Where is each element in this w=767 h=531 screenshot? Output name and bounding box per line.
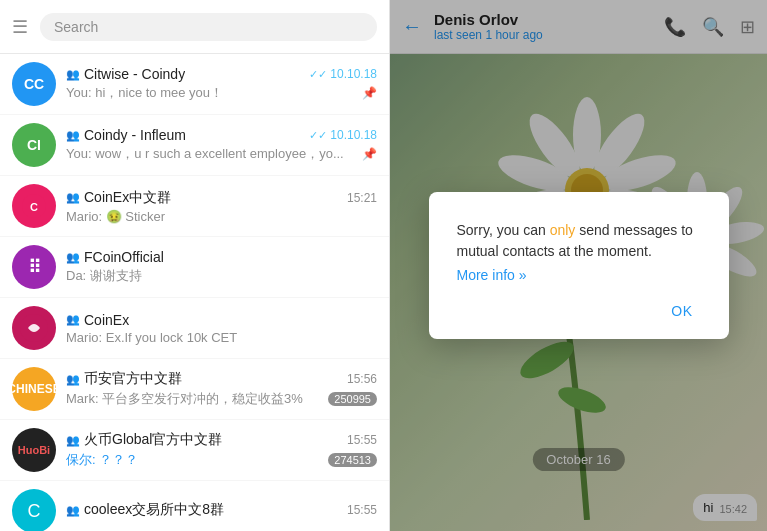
avatar: C [12,184,56,228]
menu-icon[interactable]: ☰ [12,16,28,38]
chat-header: 👥 CoinEx中文群 15:21 [66,189,377,207]
chat-name: 👥 FCoinOfficial [66,249,164,265]
avatar: CHINESE [12,367,56,411]
chat-preview: Mario: Ex.If you lock 10k CET [66,330,377,345]
modal-overlay: Sorry, you can only send messages to mut… [390,0,767,531]
modal-dialog: Sorry, you can only send messages to mut… [429,192,729,339]
chat-list: CC 👥 Citwise - Coindy ✓✓ 10.10.18 You: h… [0,54,389,531]
chat-item-citwise[interactable]: CC 👥 Citwise - Coindy ✓✓ 10.10.18 You: h… [0,54,389,115]
avatar: CI [12,123,56,167]
unread-badge: 274513 [328,453,377,467]
left-panel: ☰ Search CC 👥 Citwise - Coindy ✓✓ 10.10.… [0,0,390,531]
chat-header: 👥 Citwise - Coindy ✓✓ 10.10.18 [66,66,377,82]
more-info-link[interactable]: More info » [457,267,527,283]
chat-name: 👥 币安官方中文群 [66,370,182,388]
modal-actions: OK [457,299,701,323]
chat-header: 👥 CoinEx [66,312,377,328]
avatar: ⠿ [12,245,56,289]
chat-preview: 保尔: ？？？ 274513 [66,451,377,469]
group-icon: 👥 [66,434,80,447]
pin-icon: 📌 [362,147,377,161]
chat-preview: You: wow，u r such a excellent employee，y… [66,145,377,163]
chat-info: 👥 火币Global官方中文群 15:55 保尔: ？？？ 274513 [66,431,377,469]
chat-time: 10.10.18 [330,67,377,81]
avatar: CC [12,62,56,106]
chat-name: 👥 火币Global官方中文群 [66,431,222,449]
search-bar[interactable]: Search [40,13,377,41]
read-icon: ✓✓ [309,129,327,142]
group-icon: 👥 [66,373,80,386]
avatar: C [12,489,56,531]
chat-item-fcoin[interactable]: ⠿ 👥 FCoinOfficial Da: 谢谢支持 [0,237,389,298]
chat-info: 👥 CoinEx Mario: Ex.If you lock 10k CET [66,312,377,345]
chat-item-huobi-cn[interactable]: HuoBi 👥 火币Global官方中文群 15:55 保尔: ？？？ 2745… [0,420,389,481]
group-icon: 👥 [66,191,80,204]
svg-text:C: C [30,201,38,213]
chat-preview: You: hi，nice to mee you！ 📌 [66,84,377,102]
chat-time: 15:56 [347,372,377,386]
chat-header: 👥 Coindy - Infleum ✓✓ 10.10.18 [66,127,377,143]
avatar [12,306,56,350]
chat-info: 👥 Citwise - Coindy ✓✓ 10.10.18 You: hi，n… [66,66,377,102]
chat-preview: Da: 谢谢支持 [66,267,377,285]
chat-item-binance-cn[interactable]: CHINESE 👥 币安官方中文群 15:56 Mark: 平台多空发行对冲的，… [0,359,389,420]
chat-item-coinex[interactable]: 👥 CoinEx Mario: Ex.If you lock 10k CET [0,298,389,359]
chat-header: 👥 cooleex交易所中文8群 15:55 [66,501,377,519]
ok-button[interactable]: OK [663,299,700,323]
chat-time: 15:55 [347,433,377,447]
chat-name: 👥 cooleex交易所中文8群 [66,501,224,519]
avatar: HuoBi [12,428,56,472]
chat-info: 👥 cooleex交易所中文8群 15:55 [66,501,377,521]
top-bar: ☰ Search [0,0,389,54]
chat-name: 👥 CoinEx [66,312,129,328]
chat-item-coindy[interactable]: CI 👥 Coindy - Infleum ✓✓ 10.10.18 You: w… [0,115,389,176]
pin-icon: 📌 [362,86,377,100]
group-icon: 👥 [66,504,80,517]
chat-item-cooleex[interactable]: C 👥 cooleex交易所中文8群 15:55 [0,481,389,531]
chat-item-coinex-cn[interactable]: C 👥 CoinEx中文群 15:21 Mario: 🤢 Sticker [0,176,389,237]
chat-name: 👥 Citwise - Coindy [66,66,185,82]
chat-header: 👥 FCoinOfficial [66,249,377,265]
chat-time: 15:21 [347,191,377,205]
chat-time: 10.10.18 [330,128,377,142]
chat-name: 👥 Coindy - Infleum [66,127,186,143]
chat-info: 👥 FCoinOfficial Da: 谢谢支持 [66,249,377,285]
chat-info: 👥 Coindy - Infleum ✓✓ 10.10.18 You: wow，… [66,127,377,163]
group-icon: 👥 [66,313,80,326]
chat-preview: Mark: 平台多空发行对冲的，稳定收益3% 250995 [66,390,377,408]
chat-header: 👥 火币Global官方中文群 15:55 [66,431,377,449]
chat-info: 👥 币安官方中文群 15:56 Mark: 平台多空发行对冲的，稳定收益3% 2… [66,370,377,408]
group-icon: 👥 [66,251,80,264]
chat-header: 👥 币安官方中文群 15:56 [66,370,377,388]
group-icon: 👥 [66,129,80,142]
chat-info: 👥 CoinEx中文群 15:21 Mario: 🤢 Sticker [66,189,377,224]
chat-preview: Mario: 🤢 Sticker [66,209,377,224]
modal-highlight: only [550,222,576,238]
unread-badge: 250995 [328,392,377,406]
right-panel: ← Denis Orlov last seen 1 hour ago 📞 🔍 ⊞ [390,0,767,531]
modal-message: Sorry, you can only send messages to mut… [457,220,701,262]
chat-time: 15:55 [347,503,377,517]
chat-name: 👥 CoinEx中文群 [66,189,171,207]
group-icon: 👥 [66,68,80,81]
read-icon: ✓✓ [309,68,327,81]
